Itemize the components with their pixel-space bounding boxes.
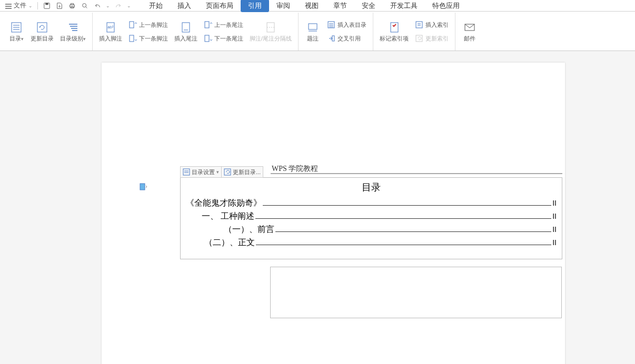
tab-references[interactable]: 引用 (241, 0, 269, 12)
endnote-icon (180, 21, 192, 34)
workspace: WPS 学院教程 目录设置 ▾ 更新目录... 目录 《全能鬼才陈勋奇》 II … (0, 51, 635, 364)
tof-icon (327, 21, 335, 29)
toc-entry-text: 《全能鬼才陈勋奇》 (186, 198, 262, 209)
prev-endnote-label: 上一条尾注 (214, 21, 243, 29)
toc-update-button[interactable]: 更新目录... (222, 167, 263, 177)
tab-review[interactable]: 审阅 (269, 0, 297, 12)
file-menu[interactable]: 文件 ⌄ (2, 0, 36, 11)
chevron-down-icon[interactable]: ⌄ (106, 3, 110, 8)
insert-index-button[interactable]: 插入索引 (414, 19, 450, 30)
prev-footnote-button[interactable]: 上一条脚注 (127, 19, 169, 30)
prev-footnote-label: 上一条脚注 (139, 21, 168, 29)
svg-rect-11 (130, 35, 134, 42)
tab-insert[interactable]: 插入 (170, 0, 199, 12)
tab-security[interactable]: 安全 (354, 0, 383, 12)
toc-leader (275, 231, 551, 232)
toc-leader (256, 245, 551, 245)
toc-label: 目录 (9, 35, 21, 42)
menu-tabs: 开始 插入 页面布局 引用 审阅 视图 章节 安全 开发工具 特色应用 (142, 0, 467, 12)
print-icon[interactable] (68, 2, 76, 10)
doc-header: WPS 学院教程 (272, 164, 318, 174)
next-endnote-button[interactable]: 下一条尾注 (203, 33, 244, 44)
toc-button[interactable]: 目录▾ (5, 14, 27, 49)
chevron-down-icon[interactable]: ⌄ (127, 3, 131, 8)
cross-ref-button[interactable]: 交叉引用 (326, 33, 368, 44)
svg-rect-16 (309, 24, 317, 29)
tab-special[interactable]: 特色应用 (425, 0, 467, 12)
toc-entry-text: 一、 工种阐述 (202, 211, 254, 222)
svg-rect-19 (391, 23, 398, 32)
chevron-down-icon: ▾ (216, 169, 219, 175)
svg-rect-12 (182, 23, 190, 32)
insert-endnote-button[interactable]: 插入尾注 (171, 14, 201, 49)
tab-layout[interactable]: 页面布局 (199, 0, 241, 12)
divider (37, 2, 38, 9)
page-options-icon[interactable] (139, 183, 147, 191)
mark-index-icon (388, 21, 401, 34)
prev-endnote-button[interactable]: 上一条尾注 (203, 19, 244, 30)
tab-view[interactable]: 视图 (297, 0, 326, 12)
export-icon[interactable] (55, 2, 64, 10)
toc-field[interactable]: 目录 《全能鬼才陈勋奇》 II 一、 工种阐述 II （一）、前言 II （二）… (180, 177, 562, 259)
insert-index-label: 插入索引 (425, 21, 449, 29)
toc-entry-text: （二）、正文 (204, 237, 255, 248)
cross-ref-label: 交叉引用 (338, 35, 361, 43)
insert-endnote-label: 插入尾注 (174, 35, 197, 42)
svg-rect-24 (183, 169, 190, 175)
toc-leader (263, 205, 551, 206)
ribbon-group-footnote: ab¹ 插入脚注 上一条脚注 下一条脚注 插入尾注 上一条尾注 下一 (93, 13, 299, 50)
svg-rect-15 (267, 23, 274, 32)
toc-entry-page: II (552, 212, 557, 220)
preview-icon[interactable] (81, 2, 89, 10)
tab-chapter[interactable]: 章节 (326, 0, 354, 12)
svg-rect-14 (205, 35, 209, 42)
body-textbox[interactable] (270, 267, 562, 318)
next-footnote-button[interactable]: 下一条脚注 (127, 33, 169, 44)
undo-icon[interactable] (93, 2, 102, 10)
caption-label: 题注 (307, 35, 319, 42)
svg-rect-13 (205, 22, 209, 28)
caption-button[interactable]: 题注 (302, 14, 324, 49)
svg-rect-3 (71, 3, 73, 5)
footnote-icon: ab¹ (104, 21, 117, 34)
insert-tof-button[interactable]: 插入表目录 (326, 19, 368, 30)
toc-settings-button[interactable]: 目录设置 ▾ (181, 167, 222, 177)
svg-rect-20 (416, 22, 422, 28)
mail-button[interactable]: 邮件 (459, 14, 481, 49)
toc-entry[interactable]: （一）、前言 II (186, 224, 557, 235)
redo-icon[interactable] (114, 2, 123, 10)
menubar: 文件 ⌄ ⌄ ⌄ 开始 插入 页面布局 引用 审阅 视图 章节 安全 开发工具 … (0, 0, 635, 12)
toc-entry[interactable]: 一、 工种阐述 II (186, 211, 557, 222)
separator-label: 脚注/尾注分隔线 (250, 35, 292, 42)
tab-start[interactable]: 开始 (142, 0, 170, 12)
svg-rect-7 (37, 23, 47, 32)
ribbon-group-index: 标记索引项 插入索引 更新索引 (373, 13, 455, 50)
ribbon: 目录▾ 更新目录 目录级别▾ ab¹ 插入脚注 上一条脚注 下一条脚注 (0, 12, 635, 51)
toc-entry-text: （一）、前言 (224, 224, 274, 235)
toc-level-icon (67, 21, 80, 34)
toc-entry[interactable]: 《全能鬼才陈勋奇》 II (186, 198, 557, 209)
tab-devtools[interactable]: 开发工具 (383, 0, 425, 12)
mail-icon (463, 21, 476, 34)
chevron-down-icon: ⌄ (28, 3, 33, 8)
prev-footnote-icon (128, 21, 137, 29)
toc-floating-toolbar: 目录设置 ▾ 更新目录... (180, 166, 263, 178)
insert-footnote-button[interactable]: ab¹ 插入脚注 (96, 14, 125, 49)
save-icon[interactable] (43, 2, 51, 10)
next-footnote-icon (128, 34, 137, 43)
separator-button[interactable]: 脚注/尾注分隔线 (246, 14, 295, 49)
mark-index-label: 标记索引项 (380, 35, 409, 42)
toc-entry[interactable]: （二）、正文 II (186, 237, 557, 248)
prev-endnote-icon (204, 21, 212, 29)
next-endnote-label: 下一条尾注 (214, 35, 243, 43)
next-footnote-label: 下一条脚注 (139, 35, 168, 43)
toc-level-button[interactable]: 目录级别▾ (57, 14, 89, 49)
toc-level-label: 目录级别 (60, 35, 83, 42)
insert-footnote-label: 插入脚注 (99, 35, 122, 42)
mark-index-button[interactable]: 标记索引项 (376, 14, 412, 49)
separator-icon (264, 21, 277, 34)
update-toc-icon (36, 21, 48, 34)
update-index-button[interactable]: 更新索引 (414, 33, 450, 44)
next-endnote-icon (204, 34, 212, 43)
update-toc-button[interactable]: 更新目录 (27, 14, 57, 49)
